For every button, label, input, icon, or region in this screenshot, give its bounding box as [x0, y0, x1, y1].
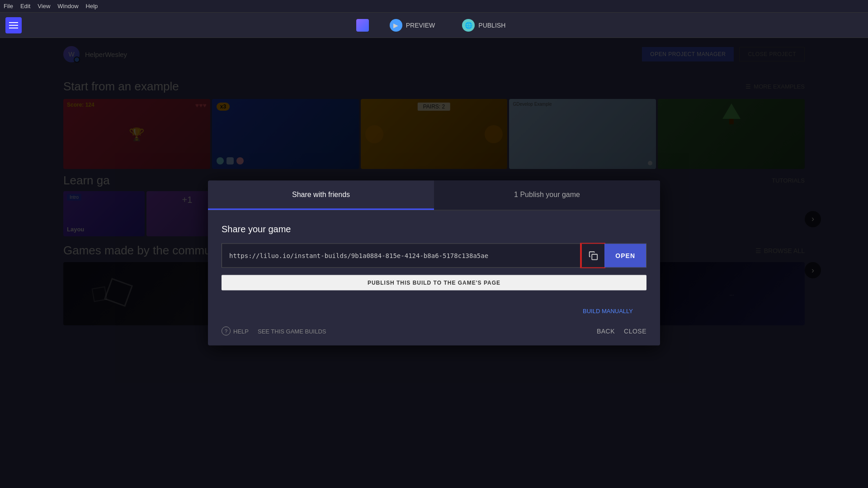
preview-button[interactable]: ▶ PREVIEW — [383, 16, 442, 34]
modal-dialog: Share with friends 1 Publish your game S… — [208, 181, 660, 346]
toolbar-center: ▶ PREVIEW 🌐 PUBLISH — [356, 16, 512, 34]
modal-body: Share your game OPEN PUBLISH THIS BUILD … — [208, 211, 660, 307]
modal-tabs: Share with friends 1 Publish your game — [208, 181, 660, 211]
hamburger-menu[interactable] — [5, 17, 22, 33]
help-link[interactable]: ? HELP — [222, 327, 249, 336]
modal-overlay: Share with friends 1 Publish your game S… — [0, 38, 868, 488]
copy-button[interactable] — [581, 244, 604, 267]
menu-bar: File Edit View Window Help — [0, 0, 868, 13]
close-button[interactable]: CLOSE — [624, 328, 646, 335]
toolbar-left — [5, 17, 22, 33]
modal-footer: ? HELP SEE THIS GAME BUILDS BACK CLOSE — [208, 321, 660, 346]
main-content: W HelperWesley OPEN PROJECT MANAGER CLOS… — [0, 38, 868, 488]
publish-icon: 🌐 — [462, 19, 475, 32]
preview-label: PREVIEW — [406, 22, 435, 29]
footer-left: ? HELP SEE THIS GAME BUILDS — [222, 327, 326, 336]
publish-button[interactable]: 🌐 PUBLISH — [456, 16, 512, 34]
menu-edit[interactable]: Edit — [20, 3, 30, 9]
build-manually-link[interactable]: BUILD MANUALLY — [569, 308, 646, 319]
see-builds-link[interactable]: SEE THIS GAME BUILDS — [258, 328, 326, 334]
menu-window[interactable]: Window — [57, 3, 78, 9]
tab-publish-game[interactable]: 1 Publish your game — [434, 181, 660, 210]
help-label: HELP — [233, 328, 249, 334]
url-row: OPEN — [222, 244, 646, 268]
publish-label: PUBLISH — [478, 22, 505, 29]
url-input[interactable] — [222, 246, 581, 266]
preview-icon: ▶ — [390, 19, 402, 32]
build-manually-container: BUILD MANUALLY — [208, 307, 660, 321]
footer-right: BACK CLOSE — [597, 328, 646, 335]
share-game-title: Share your game — [222, 224, 646, 235]
toolbar: ▶ PREVIEW 🌐 PUBLISH — [0, 13, 868, 38]
publish-build-button[interactable]: PUBLISH THIS BUILD TO THE GAME'S PAGE — [222, 275, 646, 291]
menu-view[interactable]: View — [38, 3, 50, 9]
menu-file[interactable]: File — [4, 3, 13, 9]
tab-share-with-friends[interactable]: Share with friends — [208, 181, 434, 210]
copy-icon — [588, 251, 598, 261]
menu-help[interactable]: Help — [86, 3, 98, 9]
help-icon: ? — [222, 327, 231, 336]
project-icon — [356, 19, 369, 32]
back-button[interactable]: BACK — [597, 328, 615, 335]
svg-rect-0 — [592, 254, 598, 260]
open-button[interactable]: OPEN — [604, 244, 646, 267]
